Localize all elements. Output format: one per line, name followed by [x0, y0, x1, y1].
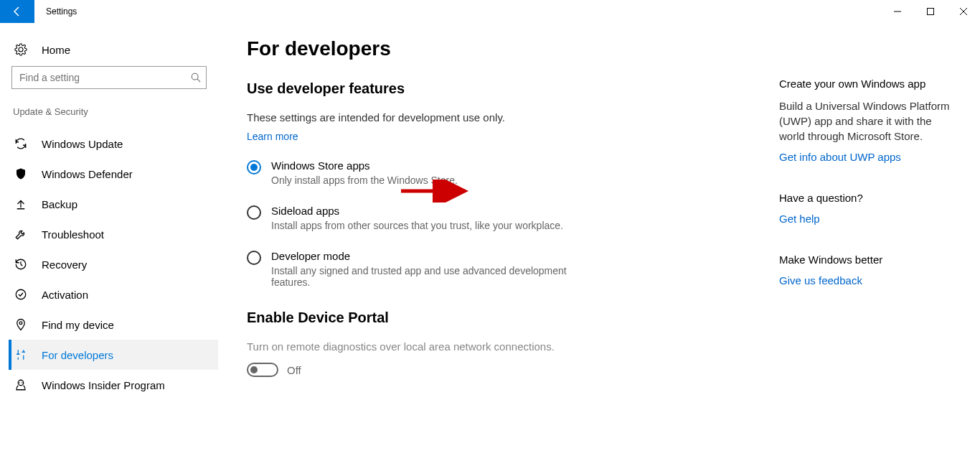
get-help-link[interactable]: Get help	[779, 213, 958, 225]
svg-point-2	[16, 289, 26, 299]
info-panel: Create your own Windows app Build a Univ…	[779, 23, 980, 456]
upload-icon	[14, 197, 27, 210]
window-controls	[881, 0, 980, 23]
sidebar-item-find-my-device[interactable]: Find my device	[9, 310, 218, 340]
search-icon	[191, 73, 201, 83]
maximize-button[interactable]	[914, 0, 947, 23]
sidebar-item-recovery[interactable]: Recovery	[9, 249, 218, 279]
sidebar-item-troubleshoot[interactable]: Troubleshoot	[9, 219, 218, 249]
svg-point-6	[22, 382, 23, 383]
insider-icon	[14, 378, 27, 391]
sidebar-item-label: Windows Defender	[42, 168, 133, 180]
sidebar-group-header: Update & Security	[11, 106, 218, 117]
history-icon	[14, 258, 27, 271]
gear-icon	[14, 43, 27, 56]
svg-point-5	[19, 382, 20, 383]
window-title: Settings	[46, 6, 77, 17]
sidebar-item-label: Activation	[42, 289, 88, 301]
sync-icon	[14, 137, 27, 150]
home-label: Home	[42, 44, 70, 56]
info-question-title: Have a question?	[779, 192, 958, 204]
sidebar-item-label: Backup	[42, 198, 77, 210]
main-content: For developers Use developer features Th…	[230, 23, 779, 456]
sidebar-item-label: Find my device	[42, 319, 114, 331]
search-box	[11, 66, 207, 89]
section-header-dev-features: Use developer features	[247, 80, 750, 97]
check-circle-icon	[14, 288, 27, 301]
dev-features-text: These settings are intended for developm…	[247, 111, 750, 124]
sidebar-item-activation[interactable]: Activation	[9, 279, 218, 310]
radio-icon	[247, 160, 261, 175]
radio-windows-store-apps[interactable]: Windows Store apps Only install apps fro…	[247, 159, 750, 186]
radio-desc: Install any signed and trusted app and u…	[271, 265, 573, 288]
minimize-button[interactable]	[881, 0, 914, 23]
device-portal-toggle-row: Off	[247, 363, 750, 377]
sidebar-item-windows-insider[interactable]: Windows Insider Program	[9, 370, 218, 400]
search-input[interactable]	[11, 66, 207, 89]
svg-point-3	[19, 322, 22, 325]
shield-icon	[14, 167, 27, 180]
section-header-device-portal: Enable Device Portal	[247, 310, 750, 326]
radio-label: Developer mode	[271, 250, 573, 262]
title-bar: Settings	[0, 0, 980, 23]
sidebar-item-label: Troubleshoot	[42, 228, 104, 241]
sidebar-item-label: For developers	[42, 349, 113, 361]
arrow-left-icon	[11, 6, 23, 17]
radio-icon	[247, 251, 261, 265]
sidebar-item-label: Windows Update	[42, 138, 123, 150]
sidebar-item-label: Windows Insider Program	[42, 379, 165, 391]
radio-developer-mode[interactable]: Developer mode Install any signed and tr…	[247, 250, 750, 288]
sidebar-item-for-developers[interactable]: For developers	[9, 340, 218, 370]
svg-point-1	[192, 73, 198, 80]
sidebar-item-label: Recovery	[42, 259, 87, 271]
sidebar-item-backup[interactable]: Backup	[9, 189, 218, 219]
svg-rect-0	[928, 9, 934, 15]
toggle-label: Off	[287, 364, 301, 376]
radio-desc: Install apps from other sources that you…	[271, 220, 563, 231]
sidebar: Home Update & Security Windows Update Wi…	[0, 23, 230, 456]
location-icon	[14, 318, 27, 331]
learn-more-link[interactable]: Learn more	[247, 131, 750, 142]
close-button[interactable]	[947, 0, 980, 23]
back-button[interactable]	[0, 0, 34, 23]
home-button[interactable]: Home	[11, 39, 218, 66]
device-portal-text: Turn on remote diagnostics over local ar…	[247, 340, 750, 353]
wrench-icon	[14, 228, 27, 241]
device-portal-toggle[interactable]	[247, 363, 278, 377]
radio-sideload-apps[interactable]: Sideload apps Install apps from other so…	[247, 205, 750, 231]
dev-mode-radio-group: Windows Store apps Only install apps fro…	[247, 159, 750, 288]
sidebar-item-windows-defender[interactable]: Windows Defender	[9, 159, 218, 189]
sidebar-item-windows-update[interactable]: Windows Update	[9, 129, 218, 159]
page-title: For developers	[247, 37, 750, 60]
tools-icon	[14, 348, 27, 361]
info-better-title: Make Windows better	[779, 253, 958, 266]
radio-label: Sideload apps	[271, 205, 563, 217]
feedback-link[interactable]: Give us feedback	[779, 274, 958, 287]
radio-label: Windows Store apps	[271, 159, 458, 172]
radio-icon	[247, 205, 261, 220]
info-create-title: Create your own Windows app	[779, 78, 958, 90]
info-create-link[interactable]: Get info about UWP apps	[779, 151, 958, 163]
info-create-text: Build a Universal Windows Platform (UWP)…	[779, 98, 958, 144]
radio-desc: Only install apps from the Windows Store…	[271, 175, 458, 186]
